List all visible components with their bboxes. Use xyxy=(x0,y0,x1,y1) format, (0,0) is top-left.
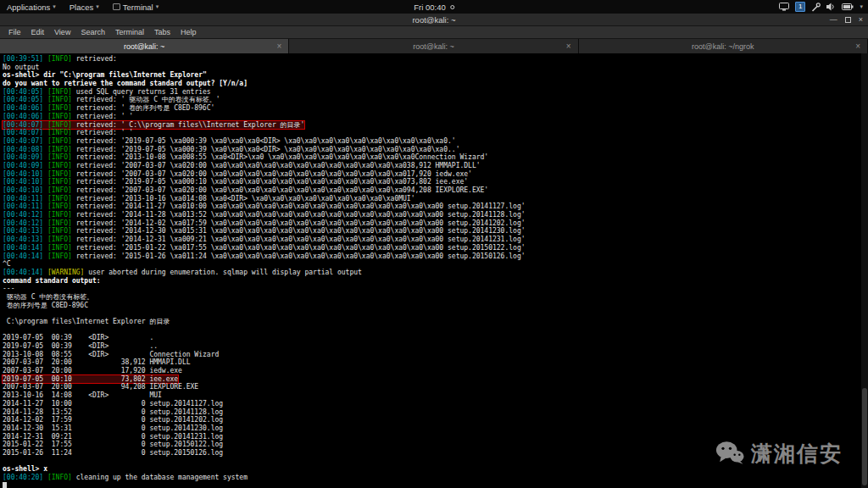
topbar-menu-label: Terminal xyxy=(123,3,153,12)
terminal-cursor xyxy=(3,482,7,488)
notification-dot-icon xyxy=(450,5,454,9)
topbar-menu-applications[interactable]: Applications▾ xyxy=(0,0,63,14)
topbar-menu-terminal[interactable]: Terminal▾ xyxy=(106,0,165,14)
menu-terminal[interactable]: Terminal xyxy=(110,26,149,38)
terminal-line: 2007-03-07 20:00 38,912 HMMAPI.DLL xyxy=(3,358,868,367)
close-button[interactable]: × xyxy=(859,16,863,24)
window-titlebar[interactable]: root@kali: ~ — × xyxy=(0,14,868,26)
chevron-down-icon: ▾ xyxy=(96,3,99,10)
terminal-line: [00:40:14] [INFO] retrieved: '2015-01-26… xyxy=(3,252,868,261)
tab-label: root@kali: ~ xyxy=(124,42,164,51)
terminal-line: 2013-10-16 14:08 <DIR> MUI xyxy=(3,391,868,400)
terminal-line: [00:40:10] [INFO] retrieved: '2007-03-07… xyxy=(3,186,868,195)
terminal-line: [00:40:12] [INFO] retrieved: '2014-12-02… xyxy=(3,219,868,228)
terminal-line: [00:40:07] [INFO] retrieved: ' C:\\progr… xyxy=(3,121,868,130)
terminal-icon xyxy=(113,3,120,10)
tab-label: root@kali: ~ xyxy=(413,42,453,51)
terminal-line: [00:40:11] [INFO] retrieved: '2014-11-27… xyxy=(3,202,868,211)
chevron-down-icon: ▾ xyxy=(53,3,56,10)
clock-area[interactable]: Fri 00:40 xyxy=(414,0,454,14)
terminal-line: 2019-07-05 00:39 <DIR> . xyxy=(3,334,868,342)
terminal-line: do you want to retrieve the command stan… xyxy=(3,80,868,88)
tab-close-icon[interactable]: × xyxy=(566,42,571,51)
terminal-line: No output xyxy=(3,64,868,72)
window-controls: — × xyxy=(830,14,863,25)
terminal-line: [00:40:10] [INFO] retrieved: '2007-03-07… xyxy=(3,170,868,179)
tools-icon xyxy=(811,3,821,12)
terminal-line: [00:40:13] [INFO] retrieved: '2014-12-30… xyxy=(3,227,868,236)
terminal-line: [00:40:07] [INFO] retrieved: '2019-07-05… xyxy=(3,137,868,146)
terminal-tab-1[interactable]: root@kali: ~× xyxy=(0,39,289,53)
terminal-line: [00:40:12] [INFO] retrieved: '2014-11-28… xyxy=(3,211,868,219)
window-title: root@kali: ~ xyxy=(412,15,455,25)
terminal-line: [00:40:06] [INFO] retrieved: ' 卷的序列号是 C8… xyxy=(3,104,868,113)
terminal-line: [00:40:08] [INFO] retrieved: '2019-07-05… xyxy=(3,146,868,154)
terminal-line xyxy=(3,326,868,335)
workspace-indicator[interactable]: 1 xyxy=(795,2,805,12)
menu-view[interactable]: View xyxy=(49,26,75,38)
topbar-menu-label: Applications xyxy=(7,3,50,12)
chevron-down-icon: ▾ xyxy=(860,3,863,10)
wechat-icon xyxy=(715,440,744,468)
terminal-line: [00:40:14] [WARNING] user aborted during… xyxy=(3,269,868,277)
terminal-line: 2019-07-05 00:10 73,802 iee.exe xyxy=(3,375,868,384)
terminal-line: [00:39:51] [INFO] retrieved: xyxy=(3,55,868,64)
minimize-button[interactable]: — xyxy=(830,16,837,24)
tab-close-icon[interactable]: × xyxy=(855,42,860,51)
menu-file[interactable]: File xyxy=(3,26,26,38)
terminal-line: C:\program files\Internet Explorer 的目录 xyxy=(3,318,868,326)
terminal-line: [00:40:10] [INFO] retrieved: '2019-07-05… xyxy=(3,178,868,186)
topbar-menu-label: Places xyxy=(70,3,94,12)
terminal-line: 2014-11-27 10:00 0 setup.20141127.log xyxy=(3,400,868,408)
terminal-output: [00:39:51] [INFO] retrieved:No outputos-… xyxy=(3,55,868,488)
battery-icon xyxy=(842,3,854,10)
terminal-line: [00:40:06] [INFO] retrieved: ' ' xyxy=(3,113,868,121)
menu-tabs[interactable]: Tabs xyxy=(149,26,175,38)
terminal[interactable]: [00:39:51] [INFO] retrieved:No outputos-… xyxy=(0,53,868,488)
terminal-line: [00:40:11] [INFO] retrieved: '2013-10-16… xyxy=(3,195,868,203)
terminal-line: 2019-07-05 00:39 <DIR> .. xyxy=(3,342,868,351)
menu-search[interactable]: Search xyxy=(75,26,110,38)
terminal-line: [00:40:05] [INFO] used SQL query returns… xyxy=(3,88,868,97)
tab-bar: root@kali: ~×root@kali: ~×root@kali: ~/n… xyxy=(0,39,868,53)
menu-edit[interactable]: Edit xyxy=(26,26,50,38)
topbar-menu-places[interactable]: Places▾ xyxy=(63,0,106,14)
terminal-line: 2014-12-02 17:59 0 setup.20141202.log xyxy=(3,416,868,424)
terminal-line: 2014-12-30 15:31 0 setup.20141230.log xyxy=(3,424,868,433)
terminal-line xyxy=(3,482,868,488)
scrollbar[interactable] xyxy=(861,53,868,488)
terminal-line: 驱动器 C 中的卷没有标签。 xyxy=(3,293,868,302)
display-icon xyxy=(779,3,789,11)
scrollbar-thumb[interactable] xyxy=(862,388,867,485)
terminal-line: [00:40:07] [INFO] retrieved: ' ' xyxy=(3,129,868,137)
terminal-tab-3[interactable]: root@kali: ~/ngrok× xyxy=(579,39,868,53)
watermark: 潇湘信安 xyxy=(715,440,843,468)
tab-label: root@kali: ~/ngrok xyxy=(692,42,754,51)
terminal-line: [00:40:09] [INFO] retrieved: '2013-10-08… xyxy=(3,153,868,162)
terminal-line: 卷的序列号是 C8ED-896C xyxy=(3,302,868,310)
terminal-tab-2[interactable]: root@kali: ~× xyxy=(289,39,578,53)
menu-help[interactable]: Help xyxy=(175,26,202,38)
highlight-annotation: [00:40:07] [INFO] retrieved: ' C:\\progr… xyxy=(3,121,304,130)
system-tray[interactable]: 1 ▾ xyxy=(779,0,868,14)
terminal-line: command standard output: xyxy=(3,277,868,286)
top-panel: Applications▾Places▾Terminal▾ Fri 00:40 … xyxy=(0,0,868,14)
terminal-line: [00:40:14] [INFO] retrieved: '2015-01-22… xyxy=(3,244,868,252)
terminal-line: [00:40:05] [INFO] retrieved: ' 驱动器 C 中的卷… xyxy=(3,96,868,104)
clock-label: Fri 00:40 xyxy=(414,3,446,12)
terminal-line xyxy=(3,309,868,318)
tab-close-icon[interactable]: × xyxy=(276,42,281,51)
terminal-line: os-shell> dir "C:\program files\Internet… xyxy=(3,71,868,80)
terminal-line: [00:40:09] [INFO] retrieved: '2007-03-07… xyxy=(3,162,868,170)
chevron-down-icon: ▾ xyxy=(156,3,159,10)
terminal-line: --- xyxy=(3,285,868,293)
terminal-line: [00:40:20] [INFO] cleaning up the databa… xyxy=(3,474,868,482)
watermark-text: 潇湘信安 xyxy=(751,450,843,458)
maximize-button[interactable] xyxy=(845,17,851,23)
highlight-annotation: 2019-07-05 00:10 73,802 iee.exe xyxy=(3,375,178,384)
terminal-line: 2007-03-07 20:00 17,920 iedw.exe xyxy=(3,367,868,375)
volume-icon xyxy=(826,3,836,11)
terminal-line: 2007-03-07 20:00 94,208 IEXPLORE.EXE xyxy=(3,383,868,391)
terminal-line: ^C xyxy=(3,260,868,269)
menu-bar: FileEditViewSearchTerminalTabsHelp xyxy=(0,26,868,39)
